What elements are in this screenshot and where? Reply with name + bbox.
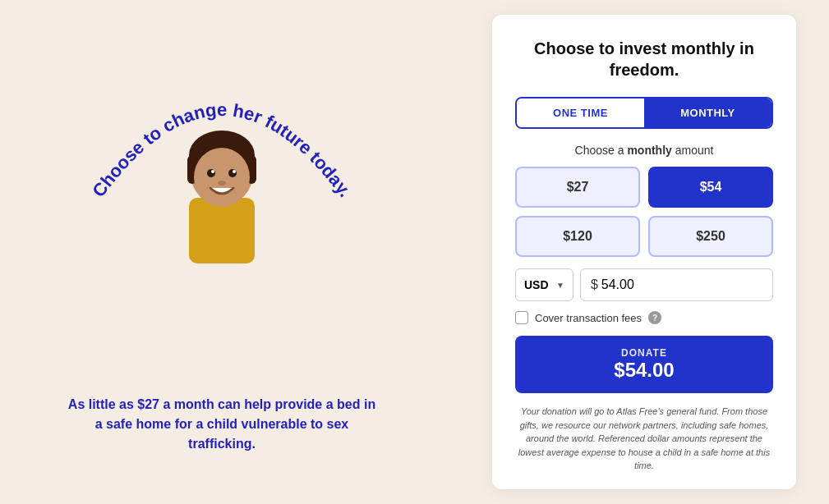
svg-point-9: [228, 169, 237, 177]
child-svg: [173, 124, 271, 268]
tab-one-time[interactable]: ONE TIME: [517, 99, 644, 127]
donate-button[interactable]: DONATE $54.00: [515, 336, 773, 393]
amount-label: Choose a monthly amount: [515, 144, 773, 157]
currency-row: USD EUR GBP ▼ $: [515, 268, 773, 301]
fee-checkbox[interactable]: [515, 311, 528, 324]
disclaimer: Your donation will go to Atlas Free's ge…: [515, 405, 773, 473]
svg-point-8: [207, 169, 215, 177]
donate-label: DONATE: [621, 347, 667, 359]
curved-text-container: Choose to change her future today.: [66, 50, 378, 247]
amount-grid: $27 $54 $120 $250: [515, 167, 773, 257]
svg-point-10: [211, 170, 214, 173]
amount-btn-27[interactable]: $27: [515, 167, 640, 208]
svg-point-12: [218, 181, 226, 186]
svg-point-7: [194, 148, 250, 207]
amount-input[interactable]: [601, 269, 762, 300]
fee-row: Cover transaction fees ?: [515, 311, 773, 324]
currency-select-wrap[interactable]: USD EUR GBP ▼: [515, 268, 573, 301]
donation-form: Choose to invest monthly in freedom. ONE…: [492, 15, 796, 489]
child-figure: [173, 124, 271, 263]
amount-btn-54[interactable]: $54: [648, 167, 773, 208]
chevron-down-icon: ▼: [556, 281, 564, 290]
currency-select[interactable]: USD EUR GBP: [524, 278, 553, 291]
help-icon[interactable]: ?: [648, 311, 661, 324]
tab-group: ONE TIME MONTHLY: [515, 97, 773, 129]
amount-btn-120[interactable]: $120: [515, 216, 640, 257]
amount-input-wrap: $: [580, 268, 773, 301]
svg-point-11: [233, 170, 236, 173]
amount-btn-250[interactable]: $250: [648, 216, 773, 257]
fee-label: Cover transaction fees: [535, 312, 642, 324]
tagline: As little as $27 a month can help provid…: [66, 395, 378, 454]
left-section: Choose to change her future today.: [33, 50, 411, 454]
donate-amount: $54.00: [614, 359, 674, 382]
svg-rect-1: [189, 198, 255, 263]
page-wrapper: Choose to change her future today.: [0, 0, 829, 504]
dollar-sign: $: [591, 277, 598, 292]
form-title: Choose to invest monthly in freedom.: [515, 38, 773, 80]
tab-monthly[interactable]: MONTHLY: [644, 99, 771, 127]
